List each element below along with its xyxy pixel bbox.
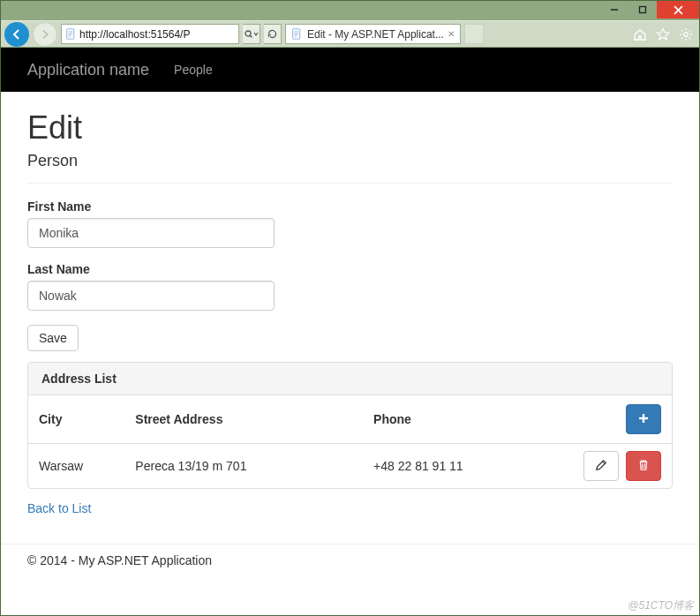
footer-text: © 2014 - My ASP.NET Application xyxy=(27,553,212,567)
panel-heading: Address List xyxy=(28,363,672,395)
add-address-button[interactable] xyxy=(626,404,661,434)
save-button[interactable]: Save xyxy=(27,325,79,351)
maximize-button[interactable] xyxy=(628,1,657,19)
page-icon xyxy=(64,27,78,41)
cell-phone: +48 22 81 91 11 xyxy=(363,444,566,489)
delete-address-button[interactable] xyxy=(626,451,661,481)
address-table: City Street Address Phone xyxy=(28,395,672,488)
browser-tab[interactable]: Edit - My ASP.NET Applicat... ✕ xyxy=(285,24,461,44)
minimize-button[interactable] xyxy=(600,1,628,19)
address-dropdown-button[interactable] xyxy=(243,24,260,44)
last-name-label: Last Name xyxy=(27,262,673,276)
home-icon[interactable] xyxy=(630,25,650,44)
new-tab-button[interactable] xyxy=(464,24,484,44)
settings-icon[interactable] xyxy=(676,25,696,44)
last-name-input[interactable] xyxy=(27,281,275,311)
close-button[interactable] xyxy=(657,1,699,19)
browser-toolbar: Edit - My ASP.NET Applicat... ✕ xyxy=(1,20,699,48)
trash-icon xyxy=(637,459,650,474)
plus-icon xyxy=(637,412,650,427)
svg-line-6 xyxy=(250,35,252,38)
col-city: City xyxy=(28,395,124,444)
tab-close-icon[interactable]: ✕ xyxy=(448,29,455,39)
tab-title: Edit - My ASP.NET Applicat... xyxy=(307,28,444,41)
edit-address-button[interactable] xyxy=(583,451,619,481)
window-titlebar xyxy=(1,1,699,20)
brand-link[interactable]: Application name xyxy=(27,61,149,79)
svg-rect-1 xyxy=(640,7,646,13)
page-subtitle: Person xyxy=(27,152,673,170)
svg-point-8 xyxy=(684,32,689,36)
col-phone: Phone xyxy=(363,395,566,444)
page-viewport: Application name People Edit Person Firs… xyxy=(1,48,699,615)
address-input[interactable] xyxy=(78,27,237,41)
tab-page-icon xyxy=(290,27,304,41)
page-footer: © 2014 - My ASP.NET Application xyxy=(1,544,699,576)
pencil-icon xyxy=(595,459,607,474)
site-navbar: Application name People xyxy=(1,48,699,92)
table-row: Warsaw Pereca 13/19 m 701 +48 22 81 91 1… xyxy=(28,444,672,489)
col-street: Street Address xyxy=(124,395,363,444)
back-to-list-link[interactable]: Back to List xyxy=(27,501,91,515)
address-list-panel: Address List City Street Address Phone xyxy=(27,362,673,489)
reload-button[interactable] xyxy=(264,24,282,44)
favorites-icon[interactable] xyxy=(653,25,673,44)
nav-back-button[interactable] xyxy=(4,22,29,47)
page-title: Edit xyxy=(27,109,673,146)
nav-forward-button[interactable] xyxy=(33,22,57,47)
first-name-label: First Name xyxy=(27,199,673,214)
cell-city: Warsaw xyxy=(28,444,124,489)
first-name-input[interactable] xyxy=(27,218,275,248)
nav-link-people[interactable]: People xyxy=(174,63,213,77)
cell-street: Pereca 13/19 m 701 xyxy=(124,444,363,489)
divider xyxy=(27,183,673,184)
address-bar[interactable] xyxy=(61,24,239,44)
page-content: Edit Person First Name Last Name Save Ad… xyxy=(1,92,699,521)
